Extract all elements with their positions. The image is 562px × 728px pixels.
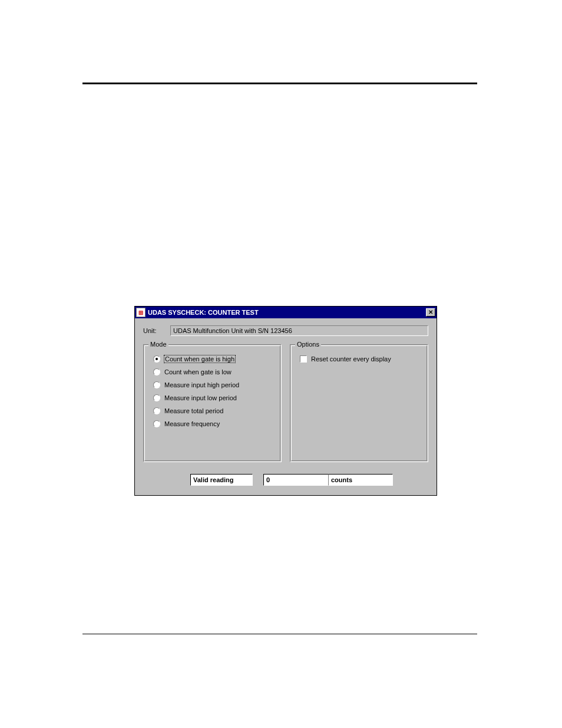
- dialog-body: Unit: UDAS Multifunction Unit with S/N 1…: [135, 318, 437, 495]
- groups-row: Mode Count when gate is high Count when …: [143, 344, 428, 462]
- radio-label: Count when gate is high: [164, 355, 235, 363]
- mode-radio-meas-total[interactable]: Measure total period: [153, 407, 274, 414]
- mode-legend: Mode: [148, 341, 168, 348]
- mode-groupbox: Mode Count when gate is high Count when …: [143, 344, 282, 462]
- radio-icon: [153, 420, 160, 427]
- radio-icon: [153, 381, 160, 388]
- mode-radio-meas-high[interactable]: Measure input high period: [153, 381, 274, 388]
- page-top-rule: [82, 83, 477, 84]
- close-icon: ✕: [428, 309, 433, 315]
- page-bottom-rule: [82, 634, 477, 634]
- radio-label: Measure input high period: [164, 381, 239, 388]
- unit-label: Unit:: [143, 327, 164, 334]
- radio-icon: [153, 394, 160, 401]
- radio-label: Measure frequency: [164, 420, 220, 427]
- options-groupbox: Options Reset counter every display: [290, 344, 428, 462]
- radio-label: Count when gate is low: [164, 368, 232, 375]
- status-value-group: 0 counts: [263, 474, 393, 486]
- titlebar-text: UDAS SYSCHECK: COUNTER TEST: [148, 309, 426, 316]
- app-icon: ⊞: [136, 308, 146, 317]
- checkbox-label: Reset counter every display: [311, 355, 391, 363]
- status-message: Valid reading: [190, 474, 253, 486]
- mode-radio-count-low[interactable]: Count when gate is low: [153, 368, 274, 375]
- mode-radio-count-high[interactable]: Count when gate is high: [153, 355, 274, 363]
- counter-test-dialog: ⊞ UDAS SYSCHECK: COUNTER TEST ✕ Unit: UD…: [134, 306, 437, 496]
- radio-icon: [153, 355, 160, 363]
- checkbox-icon: [300, 355, 307, 363]
- status-value: 0: [263, 474, 328, 486]
- status-row: Valid reading 0 counts: [143, 474, 428, 486]
- mode-radio-meas-freq[interactable]: Measure frequency: [153, 420, 274, 427]
- options-legend: Options: [295, 341, 321, 348]
- unit-row: Unit: UDAS Multifunction Unit with S/N 1…: [143, 325, 428, 336]
- unit-field[interactable]: UDAS Multifunction Unit with S/N 123456: [170, 325, 428, 336]
- radio-icon: [153, 407, 160, 414]
- radio-label: Measure total period: [164, 407, 223, 414]
- close-button[interactable]: ✕: [426, 308, 435, 317]
- radio-icon: [153, 368, 160, 375]
- titlebar: ⊞ UDAS SYSCHECK: COUNTER TEST ✕: [135, 307, 437, 318]
- reset-counter-checkbox[interactable]: Reset counter every display: [300, 355, 421, 363]
- mode-radio-meas-low[interactable]: Measure input low period: [153, 394, 274, 401]
- status-units: counts: [328, 474, 393, 486]
- radio-label: Measure input low period: [164, 394, 237, 401]
